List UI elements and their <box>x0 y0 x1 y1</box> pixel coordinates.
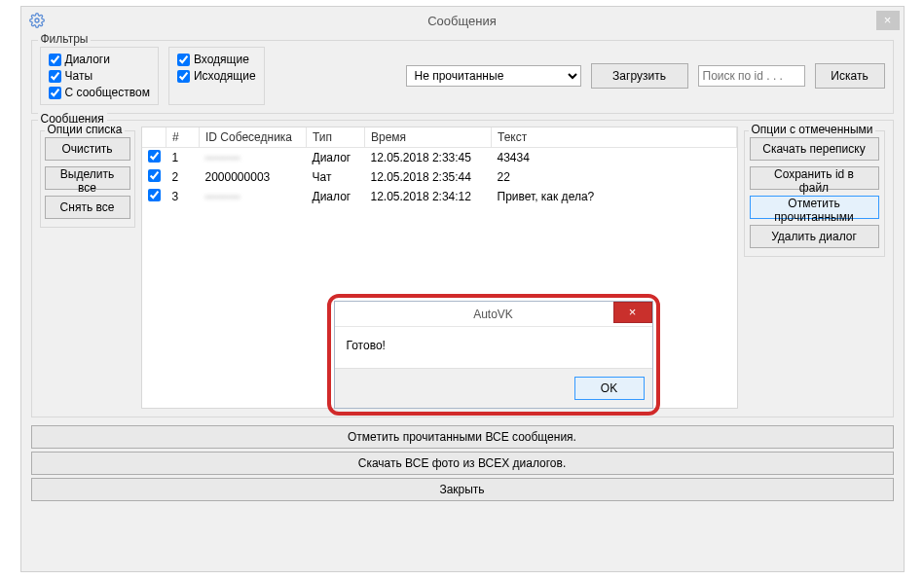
filter-community[interactable]: С сообществом <box>49 85 150 100</box>
table-row[interactable]: 22000000003Чат12.05.2018 2:35:4422 <box>142 167 737 187</box>
row-checkbox[interactable] <box>148 150 161 163</box>
col-id[interactable]: ID Собеседника <box>200 127 307 147</box>
dialog-footer: OK <box>335 368 652 408</box>
list-options-legend: Опции списка <box>45 123 126 136</box>
col-type[interactable]: Тип <box>307 127 365 147</box>
window-title: Сообщения <box>21 14 904 28</box>
download-chat-button[interactable]: Скачать переписку <box>750 137 879 161</box>
filter-community-label: С сообществом <box>65 85 150 100</box>
download-all-photos-button[interactable]: Скачать ВСЕ фото из ВСЕХ диалогов. <box>31 452 894 475</box>
window-close-button[interactable]: × <box>876 11 900 30</box>
dialog-title: AutoVK <box>335 308 652 321</box>
load-button[interactable]: Загрузить <box>591 63 688 89</box>
cell-time: 12.05.2018 2:35:44 <box>365 167 492 187</box>
cell-num: 3 <box>166 187 200 206</box>
deselect-all-button[interactable]: Снять все <box>45 196 130 219</box>
dialog-close-button[interactable]: × <box>613 302 652 323</box>
select-all-button[interactable]: Выделить все <box>45 166 130 190</box>
selected-options-legend: Опции с отмеченными <box>749 123 876 136</box>
search-button[interactable]: Искать <box>815 63 885 89</box>
cell-time: 12.05.2018 2:34:12 <box>365 187 492 206</box>
filter-outgoing[interactable]: Исходящие <box>177 68 256 84</box>
filter-incoming[interactable]: Входящие <box>177 52 256 67</box>
titlebar: Сообщения × <box>21 7 904 34</box>
cell-type: Чат <box>307 167 365 187</box>
cell-id: ——— <box>200 147 307 167</box>
cell-text: 22 <box>492 167 737 187</box>
mark-read-button[interactable]: Отметить прочитанными <box>750 196 879 219</box>
cell-id: 2000000003 <box>200 167 307 187</box>
close-button[interactable]: Закрыть <box>31 478 894 501</box>
cell-time: 12.05.2018 2:33:45 <box>365 147 492 167</box>
filter-incoming-label: Входящие <box>194 52 249 67</box>
filter-chats[interactable]: Чаты <box>49 68 150 84</box>
row-checkbox[interactable] <box>148 169 161 182</box>
modal-highlight-wrap: AutoVK × Готово! OK <box>327 294 660 416</box>
status-select[interactable]: Не прочитанные <box>406 65 581 87</box>
filter-group-2: Входящие Исходящие <box>168 47 265 105</box>
cell-num: 1 <box>166 147 200 167</box>
cell-text: 43434 <box>492 147 737 167</box>
filters-legend: Фильтры <box>38 32 92 46</box>
filters-fieldset: Фильтры Диалоги Чаты С сообществом Входя… <box>31 40 894 114</box>
filter-outgoing-checkbox[interactable] <box>177 70 190 83</box>
filter-dialogs[interactable]: Диалоги <box>49 52 150 67</box>
filter-dialogs-checkbox[interactable] <box>49 54 61 66</box>
table-header-row: # ID Собеседника Тип Время Текст <box>142 127 737 147</box>
cell-num: 2 <box>166 167 200 187</box>
col-text[interactable]: Текст <box>492 127 737 147</box>
filter-community-checkbox[interactable] <box>49 87 61 99</box>
cell-text: Привет, как дела? <box>492 187 737 206</box>
dialog-titlebar: AutoVK × <box>335 302 652 327</box>
dialog-ok-button[interactable]: OK <box>574 377 645 400</box>
filter-chats-checkbox[interactable] <box>49 70 61 83</box>
bottom-buttons: Отметить прочитанными ВСЕ сообщения. Ска… <box>31 425 894 501</box>
clear-button[interactable]: Очистить <box>45 137 130 161</box>
cell-type: Диалог <box>307 147 365 167</box>
cell-id: ——— <box>200 187 307 206</box>
table-row[interactable]: 3———Диалог12.05.2018 2:34:12Привет, как … <box>142 187 737 206</box>
cell-type: Диалог <box>307 187 365 206</box>
filter-outgoing-label: Исходящие <box>194 68 256 84</box>
alert-dialog: AutoVK × Готово! OK <box>334 301 653 409</box>
dialog-body: Готово! <box>335 327 652 368</box>
table-row[interactable]: 1———Диалог12.05.2018 2:33:4543434 <box>142 147 737 167</box>
delete-dialog-button[interactable]: Удалить диалог <box>750 225 879 248</box>
col-num[interactable]: # <box>166 127 200 147</box>
filter-dialogs-label: Диалоги <box>65 52 110 67</box>
col-check[interactable] <box>142 127 166 147</box>
save-id-button[interactable]: Сохранить id в файл <box>750 166 879 190</box>
main-window: Сообщения × Фильтры Диалоги Чаты С сообщ… <box>20 6 905 572</box>
mark-all-read-button[interactable]: Отметить прочитанными ВСЕ сообщения. <box>31 425 894 449</box>
filter-group-1: Диалоги Чаты С сообществом <box>40 47 159 105</box>
row-checkbox[interactable] <box>148 189 161 201</box>
filter-incoming-checkbox[interactable] <box>177 54 190 66</box>
filter-chats-label: Чаты <box>65 68 93 84</box>
list-options-panel: Опции списка Очистить Выделить все Снять… <box>40 130 135 228</box>
col-time[interactable]: Время <box>365 127 492 147</box>
search-id-input[interactable] <box>698 65 805 87</box>
selected-options-panel: Опции с отмеченными Скачать переписку Со… <box>744 130 885 257</box>
